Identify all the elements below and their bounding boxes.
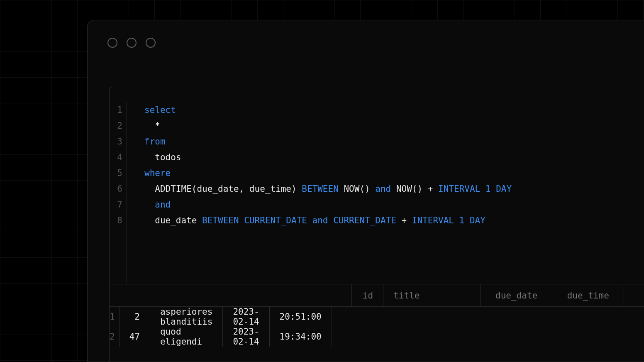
cell-due-time[interactable]: 20:51:00 (270, 307, 332, 327)
row-number: 1 (110, 307, 120, 327)
code-content[interactable]: select *from todoswhere ADDTIME(due_date… (127, 102, 644, 284)
code-line[interactable]: select (144, 102, 644, 118)
code-line[interactable]: where (144, 165, 644, 181)
results-table: id title due_date due_time 12asperiores … (110, 284, 644, 347)
minimize-icon[interactable] (127, 38, 137, 48)
code-line[interactable]: ADDTIME(due_date, due_time) BETWEEN NOW(… (144, 181, 644, 197)
code-line[interactable]: from (144, 134, 644, 149)
cell-empty (332, 327, 352, 347)
editor-panel: 12345678 select *from todoswhere ADDTIME… (109, 87, 644, 362)
code-line[interactable]: * (144, 118, 644, 134)
column-header-due-time[interactable]: due_time (552, 284, 624, 307)
column-header-due-date[interactable]: due_date (481, 284, 553, 307)
line-number: 1 (110, 102, 122, 118)
app-window: 12345678 select *from todoswhere ADDTIME… (87, 20, 644, 362)
code-line[interactable]: due_date BETWEEN CURRENT_DATE and CURREN… (144, 213, 644, 228)
table-row[interactable]: 12asperiores blanditiis2023-02-1420:51:0… (110, 307, 352, 327)
query-results: id title due_date due_time 12asperiores … (110, 284, 644, 347)
row-number-gutter-header (110, 284, 352, 307)
code-line[interactable]: todos (144, 149, 644, 165)
line-number: 6 (110, 181, 122, 197)
table-header-row: id title due_date due_time (110, 284, 644, 307)
code-editor[interactable]: 12345678 select *from todoswhere ADDTIME… (110, 87, 644, 284)
column-header-title[interactable]: title (383, 284, 481, 307)
row-number: 2 (110, 327, 120, 347)
column-header-id[interactable]: id (352, 284, 383, 307)
line-number: 3 (110, 134, 122, 149)
line-number: 2 (110, 118, 122, 134)
cell-empty (332, 307, 352, 327)
line-number: 7 (110, 197, 122, 213)
cell-id[interactable]: 47 (120, 327, 150, 347)
close-icon[interactable] (107, 38, 117, 48)
line-number-gutter: 12345678 (110, 102, 127, 284)
window-titlebar (88, 20, 644, 65)
cell-due-time[interactable]: 19:34:00 (270, 327, 332, 347)
line-number: 5 (110, 165, 122, 181)
cell-due-date[interactable]: 2023-02-14 (223, 307, 269, 327)
cell-title[interactable]: asperiores blanditiis (150, 307, 223, 327)
column-header-empty (624, 284, 644, 307)
code-line[interactable]: and (144, 197, 644, 213)
line-number: 4 (110, 149, 122, 165)
cell-id[interactable]: 2 (120, 307, 150, 327)
maximize-icon[interactable] (146, 38, 156, 48)
line-number: 8 (110, 213, 122, 228)
cell-title[interactable]: quod eligendi (150, 327, 223, 347)
cell-due-date[interactable]: 2023-02-14 (223, 327, 269, 347)
table-row[interactable]: 247quod eligendi2023-02-1419:34:00 (110, 327, 352, 347)
